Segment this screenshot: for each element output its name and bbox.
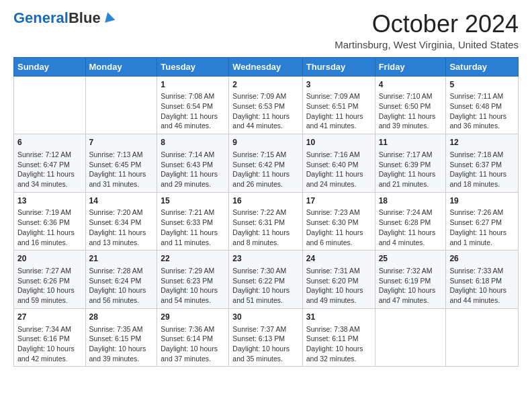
day-number: 23 xyxy=(232,253,298,265)
calendar-cell: 24Sunrise: 7:31 AMSunset: 6:20 PMDayligh… xyxy=(302,250,375,309)
col-header-monday: Monday xyxy=(85,57,157,76)
day-info: Sunrise: 7:26 AMSunset: 6:27 PMDaylight:… xyxy=(449,208,515,247)
calendar-week-row: 6Sunrise: 7:12 AMSunset: 6:47 PMDaylight… xyxy=(14,134,519,193)
day-info: Sunrise: 7:30 AMSunset: 6:22 PMDaylight:… xyxy=(232,266,298,306)
calendar-cell: 23Sunrise: 7:30 AMSunset: 6:22 PMDayligh… xyxy=(229,250,302,309)
calendar-table: SundayMondayTuesdayWednesdayThursdayFrid… xyxy=(13,57,519,367)
day-info: Sunrise: 7:23 AMSunset: 6:30 PMDaylight:… xyxy=(306,208,371,247)
calendar-cell: 14Sunrise: 7:20 AMSunset: 6:34 PMDayligh… xyxy=(85,192,157,250)
day-info: Sunrise: 7:20 AMSunset: 6:34 PMDaylight:… xyxy=(89,208,154,247)
calendar-week-row: 27Sunrise: 7:34 AMSunset: 6:16 PMDayligh… xyxy=(14,308,519,367)
col-header-tuesday: Tuesday xyxy=(157,57,229,76)
day-number: 5 xyxy=(449,79,515,91)
day-info: Sunrise: 7:15 AMSunset: 6:42 PMDaylight:… xyxy=(232,150,298,189)
calendar-cell xyxy=(446,308,519,367)
calendar-cell xyxy=(375,308,446,367)
calendar-cell: 30Sunrise: 7:37 AMSunset: 6:13 PMDayligh… xyxy=(229,308,302,367)
day-info: Sunrise: 7:36 AMSunset: 6:14 PMDaylight:… xyxy=(161,324,225,364)
day-number: 11 xyxy=(379,137,443,148)
day-number: 8 xyxy=(161,137,225,148)
calendar-page: GeneralBlue October 2024 Martinsburg, We… xyxy=(0,0,532,377)
day-info: Sunrise: 7:24 AMSunset: 6:28 PMDaylight:… xyxy=(379,208,443,247)
calendar-cell: 17Sunrise: 7:23 AMSunset: 6:30 PMDayligh… xyxy=(302,192,375,250)
calendar-cell: 7Sunrise: 7:13 AMSunset: 6:45 PMDaylight… xyxy=(85,134,157,193)
day-number: 30 xyxy=(232,312,298,323)
calendar-cell: 28Sunrise: 7:35 AMSunset: 6:15 PMDayligh… xyxy=(85,308,157,367)
calendar-week-row: 20Sunrise: 7:27 AMSunset: 6:26 PMDayligh… xyxy=(14,250,519,309)
col-header-sunday: Sunday xyxy=(14,57,86,76)
day-number: 14 xyxy=(89,195,154,207)
day-number: 27 xyxy=(17,312,82,323)
calendar-cell xyxy=(14,76,86,134)
day-info: Sunrise: 7:18 AMSunset: 6:37 PMDaylight:… xyxy=(449,150,515,189)
day-info: Sunrise: 7:11 AMSunset: 6:48 PMDaylight:… xyxy=(449,91,515,131)
calendar-cell: 1Sunrise: 7:08 AMSunset: 6:54 PMDaylight… xyxy=(157,76,229,134)
day-info: Sunrise: 7:14 AMSunset: 6:43 PMDaylight:… xyxy=(161,150,225,189)
day-info: Sunrise: 7:28 AMSunset: 6:24 PMDaylight:… xyxy=(89,266,154,306)
day-number: 25 xyxy=(379,253,443,265)
logo-row: GeneralBlue xyxy=(13,11,115,26)
logo-area: GeneralBlue xyxy=(13,11,115,26)
logo-icon xyxy=(103,11,115,23)
day-number: 31 xyxy=(306,312,371,323)
calendar-cell: 25Sunrise: 7:32 AMSunset: 6:19 PMDayligh… xyxy=(375,250,446,309)
day-number: 26 xyxy=(449,253,515,265)
day-number: 22 xyxy=(161,253,225,265)
calendar-cell: 6Sunrise: 7:12 AMSunset: 6:47 PMDaylight… xyxy=(14,134,86,193)
col-header-saturday: Saturday xyxy=(446,57,519,76)
day-info: Sunrise: 7:29 AMSunset: 6:23 PMDaylight:… xyxy=(161,266,225,306)
col-header-thursday: Thursday xyxy=(302,57,375,76)
col-header-friday: Friday xyxy=(375,57,446,76)
day-info: Sunrise: 7:38 AMSunset: 6:11 PMDaylight:… xyxy=(306,324,371,364)
day-number: 29 xyxy=(161,312,225,323)
day-info: Sunrise: 7:37 AMSunset: 6:13 PMDaylight:… xyxy=(232,324,298,364)
day-info: Sunrise: 7:33 AMSunset: 6:18 PMDaylight:… xyxy=(449,266,515,306)
calendar-cell: 16Sunrise: 7:22 AMSunset: 6:31 PMDayligh… xyxy=(229,192,302,250)
day-number: 24 xyxy=(306,253,371,265)
day-number: 2 xyxy=(232,79,298,91)
calendar-cell xyxy=(85,76,157,134)
col-header-wednesday: Wednesday xyxy=(229,57,302,76)
calendar-cell: 8Sunrise: 7:14 AMSunset: 6:43 PMDaylight… xyxy=(157,134,229,193)
calendar-cell: 2Sunrise: 7:09 AMSunset: 6:53 PMDaylight… xyxy=(229,76,302,134)
calendar-cell: 29Sunrise: 7:36 AMSunset: 6:14 PMDayligh… xyxy=(157,308,229,367)
day-info: Sunrise: 7:19 AMSunset: 6:36 PMDaylight:… xyxy=(17,208,82,247)
day-number: 10 xyxy=(306,137,371,148)
page-header: GeneralBlue October 2024 Martinsburg, We… xyxy=(13,11,519,50)
day-number: 28 xyxy=(89,312,154,323)
month-title: October 2024 xyxy=(335,11,519,38)
calendar-cell: 31Sunrise: 7:38 AMSunset: 6:11 PMDayligh… xyxy=(302,308,375,367)
calendar-cell: 26Sunrise: 7:33 AMSunset: 6:18 PMDayligh… xyxy=(446,250,519,309)
day-info: Sunrise: 7:12 AMSunset: 6:47 PMDaylight:… xyxy=(17,150,82,189)
day-number: 16 xyxy=(232,195,298,207)
calendar-cell: 18Sunrise: 7:24 AMSunset: 6:28 PMDayligh… xyxy=(375,192,446,250)
day-number: 13 xyxy=(17,195,82,207)
calendar-cell: 4Sunrise: 7:10 AMSunset: 6:50 PMDaylight… xyxy=(375,76,446,134)
day-number: 17 xyxy=(306,195,371,207)
day-info: Sunrise: 7:13 AMSunset: 6:45 PMDaylight:… xyxy=(89,150,154,189)
calendar-week-row: 1Sunrise: 7:08 AMSunset: 6:54 PMDaylight… xyxy=(14,76,519,134)
day-info: Sunrise: 7:27 AMSunset: 6:26 PMDaylight:… xyxy=(17,266,82,306)
calendar-cell: 12Sunrise: 7:18 AMSunset: 6:37 PMDayligh… xyxy=(446,134,519,193)
day-info: Sunrise: 7:08 AMSunset: 6:54 PMDaylight:… xyxy=(161,91,225,131)
calendar-cell: 13Sunrise: 7:19 AMSunset: 6:36 PMDayligh… xyxy=(14,192,86,250)
calendar-cell: 21Sunrise: 7:28 AMSunset: 6:24 PMDayligh… xyxy=(85,250,157,309)
day-number: 7 xyxy=(89,137,154,148)
calendar-cell: 9Sunrise: 7:15 AMSunset: 6:42 PMDaylight… xyxy=(229,134,302,193)
day-number: 15 xyxy=(161,195,225,207)
day-number: 9 xyxy=(232,137,298,148)
calendar-cell: 10Sunrise: 7:16 AMSunset: 6:40 PMDayligh… xyxy=(302,134,375,193)
day-info: Sunrise: 7:34 AMSunset: 6:16 PMDaylight:… xyxy=(17,324,82,364)
location-title: Martinsburg, West Virginia, United State… xyxy=(335,39,519,50)
day-number: 12 xyxy=(449,137,515,148)
calendar-cell: 5Sunrise: 7:11 AMSunset: 6:48 PMDaylight… xyxy=(446,76,519,134)
day-number: 3 xyxy=(306,79,371,91)
calendar-header-row: SundayMondayTuesdayWednesdayThursdayFrid… xyxy=(14,57,519,76)
day-info: Sunrise: 7:21 AMSunset: 6:33 PMDaylight:… xyxy=(161,208,225,247)
calendar-cell: 22Sunrise: 7:29 AMSunset: 6:23 PMDayligh… xyxy=(157,250,229,309)
day-number: 19 xyxy=(449,195,515,207)
calendar-cell: 15Sunrise: 7:21 AMSunset: 6:33 PMDayligh… xyxy=(157,192,229,250)
svg-marker-0 xyxy=(103,11,115,23)
day-info: Sunrise: 7:09 AMSunset: 6:51 PMDaylight:… xyxy=(306,91,371,131)
calendar-cell: 27Sunrise: 7:34 AMSunset: 6:16 PMDayligh… xyxy=(14,308,86,367)
